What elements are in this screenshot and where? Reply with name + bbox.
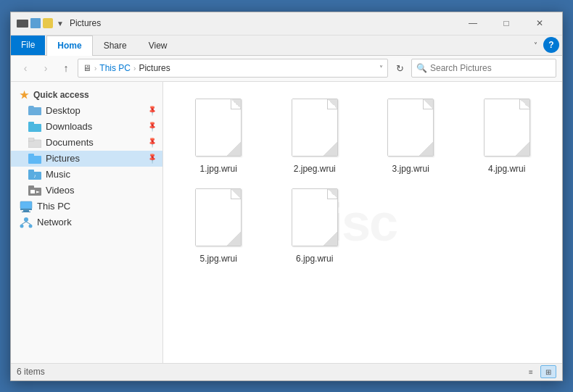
sidebar-item-this-pc[interactable]: This PC: [11, 199, 162, 214]
view-list-button[interactable]: ≡: [523, 365, 539, 378]
pin-icon-documents: 📌: [147, 136, 158, 148]
svg-rect-10: [28, 185, 34, 189]
file-paper: [292, 99, 338, 157]
address-bar: ‹ › ↑ 🖥 › This PC › Pictures ˅ ↻ 🔍: [11, 56, 562, 82]
minimize-button[interactable]: —: [456, 12, 490, 35]
svg-text:♪: ♪: [33, 173, 36, 178]
breadcrumb-this-pc[interactable]: This PC: [99, 63, 131, 73]
computer-icon: 🖥: [83, 63, 91, 73]
file-name: 4.jpg.wrui: [488, 164, 525, 174]
file-icon: [192, 99, 244, 161]
sidebar-item-videos[interactable]: Videos: [11, 183, 162, 199]
breadcrumb-pictures[interactable]: Pictures: [139, 63, 170, 73]
svg-rect-1: [28, 122, 34, 125]
svg-rect-11: [30, 190, 35, 193]
folder-desktop-icon: [28, 105, 41, 117]
sidebar-item-network[interactable]: Network: [11, 214, 162, 230]
file-grid: 1.jpg.wrui 2.jpeg.wrui: [172, 93, 553, 267]
file-name: 5.jpg.wrui: [200, 254, 237, 264]
up-button[interactable]: ↑: [57, 59, 75, 77]
content-area: isc 1.jpg.wrui: [163, 82, 562, 363]
back-button[interactable]: ‹: [17, 59, 34, 77]
file-item[interactable]: 1.jpg.wrui: [172, 93, 265, 178]
file-item[interactable]: 3.jpg.wrui: [364, 93, 458, 178]
file-name: 3.jpg.wrui: [392, 164, 429, 174]
computer-icon: [20, 201, 33, 212]
file-paper: [484, 99, 530, 157]
explorer-window: ▼ Pictures — □ ✕ File Home Share View ˅ …: [10, 12, 563, 381]
breadcrumb-dropdown[interactable]: ˅: [379, 64, 383, 72]
folder-videos-icon: [28, 185, 41, 196]
pin-icon-pictures: 📌: [147, 152, 158, 164]
folder-pictures-icon: [28, 153, 41, 164]
title-bar: ▼ Pictures — □ ✕: [11, 12, 562, 36]
file-paper: [387, 99, 434, 157]
svg-rect-15: [23, 210, 29, 212]
search-icon: 🔍: [416, 63, 427, 73]
svg-point-17: [24, 217, 28, 222]
svg-rect-5: [28, 154, 34, 157]
sidebar-item-downloads[interactable]: Downloads 📌: [11, 119, 162, 135]
file-paper: [195, 188, 242, 246]
pin-icon-downloads: 📌: [147, 120, 158, 132]
svg-rect-16: [22, 212, 30, 212]
svg-rect-14: [20, 209, 32, 210]
maximize-button[interactable]: □: [490, 12, 523, 35]
file-paper: [292, 188, 338, 246]
forward-button[interactable]: ›: [37, 59, 54, 77]
file-name: 1.jpg.wrui: [200, 164, 237, 174]
svg-point-19: [29, 224, 33, 228]
file-item[interactable]: 4.jpg.wrui: [461, 93, 554, 178]
tab-home[interactable]: Home: [46, 36, 92, 56]
sidebar-section-quick-access: ★ Quick access: [11, 85, 162, 103]
file-item[interactable]: 5.jpg.wrui: [172, 183, 265, 267]
ribbon-tabs: File Home Share View ˅ ?: [11, 36, 562, 56]
file-icon: [289, 188, 341, 251]
view-controls: ≡ ⊞: [523, 365, 556, 378]
close-button[interactable]: ✕: [523, 12, 556, 35]
tab-view[interactable]: View: [138, 36, 178, 56]
network-icon: [20, 217, 33, 228]
file-icon: [384, 99, 437, 161]
sidebar-item-desktop[interactable]: Desktop 📌: [11, 103, 162, 119]
status-bar: 6 items ≡ ⊞: [11, 363, 562, 380]
file-icon: [192, 188, 244, 251]
search-input[interactable]: [430, 63, 551, 73]
main-area: ★ Quick access Desktop 📌 Dow: [11, 82, 562, 363]
tab-share[interactable]: Share: [93, 36, 138, 56]
svg-line-20: [22, 222, 26, 225]
ribbon: File Home Share View ˅ ?: [11, 36, 562, 56]
svg-line-21: [26, 222, 30, 225]
folder-documents-icon: [28, 137, 41, 149]
folder-downloads-icon: [28, 121, 41, 133]
tab-file[interactable]: File: [11, 36, 45, 55]
file-icon: [481, 99, 533, 161]
title-bar-icon: ▼: [17, 18, 64, 28]
ribbon-collapse-button[interactable]: ˅: [531, 40, 540, 51]
search-bar: 🔍: [411, 59, 556, 78]
view-grid-button[interactable]: ⊞: [540, 365, 556, 378]
file-icon: [289, 99, 341, 161]
sidebar-item-music[interactable]: ♪ Music: [11, 167, 162, 183]
window-title: Pictures: [70, 18, 456, 28]
item-count: 6 items: [17, 367, 45, 377]
file-item[interactable]: 2.jpeg.wrui: [268, 93, 362, 178]
breadcrumb: 🖥 › This PC › Pictures ˅: [78, 59, 388, 78]
ribbon-right: ˅ ?: [531, 36, 562, 55]
sidebar: ★ Quick access Desktop 📌 Dow: [11, 82, 163, 363]
file-name: 6.jpg.wrui: [296, 254, 333, 264]
svg-rect-3: [28, 138, 34, 141]
svg-point-18: [20, 224, 24, 228]
file-name: 2.jpeg.wrui: [294, 164, 336, 174]
refresh-button[interactable]: ↻: [391, 59, 408, 77]
star-icon: ★: [20, 89, 29, 101]
sidebar-item-pictures[interactable]: Pictures 📌: [11, 151, 162, 167]
sidebar-item-documents[interactable]: Documents 📌: [11, 135, 162, 151]
pin-icon-desktop: 📌: [147, 104, 158, 116]
file-paper: [195, 99, 242, 157]
help-button[interactable]: ?: [543, 37, 559, 53]
svg-rect-13: [20, 201, 32, 209]
file-item[interactable]: 6.jpg.wrui: [268, 183, 362, 267]
folder-music-icon: ♪: [28, 169, 41, 180]
window-controls: — □ ✕: [456, 12, 556, 35]
